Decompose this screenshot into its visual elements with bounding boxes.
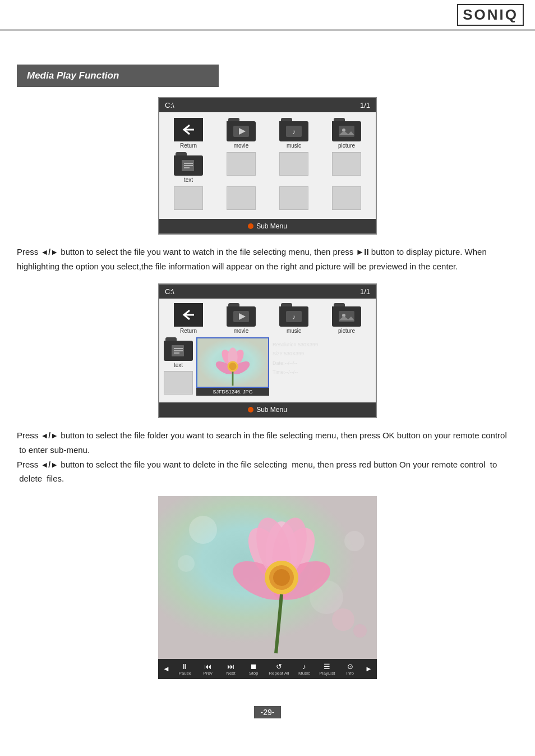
svg-point-47 [353, 624, 367, 638]
screen2-second-row: text [164, 337, 371, 396]
stop-label: Stop [249, 671, 258, 676]
return-icon [179, 122, 197, 138]
photo-container: ◄ ⏸ Pause ⏮ Prev ⏭ Next ⏹ Stop ↺ Repeat … [158, 496, 377, 685]
screen2-path: C:\ [165, 287, 174, 296]
flower-preview-svg [197, 338, 268, 387]
screen1-page: 1/1 [360, 101, 370, 109]
next-btn[interactable]: ⏭ Next [223, 662, 238, 676]
screen2-content: Return movie [159, 299, 376, 402]
screen2-submenu: Sub Menu [159, 402, 376, 417]
next-icon: ⏭ [227, 662, 234, 671]
picture-folder-icon [332, 118, 361, 141]
screen2-movie-icon [227, 303, 256, 327]
svg-point-46 [332, 608, 354, 631]
next-label: Next [226, 671, 235, 676]
screen2-empty-below-text [164, 371, 193, 395]
body-text-2: Press ◄/► button to select the file fold… [17, 428, 518, 486]
repeat-icon: ↺ [276, 662, 282, 671]
screen2-picture[interactable]: picture [322, 303, 371, 334]
left-arrow-ctrl[interactable]: ◄ [163, 665, 170, 673]
screen-mockup-2: C:\ 1/1 Return [158, 283, 377, 418]
header: SONIQ [0, 0, 535, 31]
triangle-down-icon [264, 680, 271, 685]
page-number-area: -29- [17, 707, 518, 717]
screen2-music-icon: ♪ [279, 303, 308, 327]
page-number: -29- [254, 706, 282, 718]
screen-mockup-1: C:\ 1/1 Return [158, 97, 377, 235]
screen1-submenu-label: Sub Menu [256, 222, 287, 230]
grid-movie[interactable]: movie [216, 118, 266, 149]
return-label: Return [180, 143, 197, 149]
pause-icon: ⏸ [181, 662, 188, 671]
screen2-text-col: text [164, 337, 193, 396]
text-folder-icon [174, 152, 203, 176]
movie-label: movie [234, 143, 249, 149]
music-label: music [287, 143, 301, 149]
big-flower-svg [158, 496, 377, 659]
screen2-page: 1/1 [360, 287, 370, 296]
preview-filename: SJFDS1246. JPG [196, 388, 269, 396]
screen2-top-row: Return movie [164, 303, 371, 334]
screen1-topbar: C:\ 1/1 [159, 98, 376, 112]
section-title-bar: Media Play Function [17, 65, 219, 87]
body-text-1: Press ◄/► button to select the file you … [17, 245, 518, 273]
movie-icon [233, 125, 250, 138]
screen2-movie[interactable]: movie [216, 303, 266, 334]
info-icon: ⊙ [347, 662, 353, 671]
music-icon: ♪ [285, 125, 302, 138]
screen2-text[interactable]: text [164, 337, 193, 368]
arrow-btn-1: ◄/► [41, 248, 59, 256]
prev-label: Prev [203, 671, 212, 676]
screen1-grid: Return movie [164, 118, 371, 210]
scroll-indicator [158, 680, 377, 685]
big-photo [158, 496, 377, 659]
info-resolution: Resolution 530X399 [273, 340, 371, 349]
svg-point-35 [344, 531, 365, 551]
picture-label: picture [338, 143, 355, 149]
grid-empty-2 [269, 152, 319, 183]
grid-text[interactable]: text [164, 152, 213, 183]
stop-btn[interactable]: ⏹ Stop [246, 662, 261, 676]
grid-empty-4 [164, 186, 213, 210]
text-label: text [184, 177, 193, 183]
grid-picture[interactable]: picture [322, 118, 371, 149]
prev-icon: ⏮ [204, 662, 211, 671]
playlist-label: PlayList [319, 671, 335, 676]
submenu-dot-2 [248, 407, 253, 413]
screen1-grid-area: Return movie [159, 112, 376, 219]
grid-return[interactable]: Return [164, 118, 213, 149]
grid-empty-6 [269, 186, 319, 210]
music-btn[interactable]: ♪ Music [297, 662, 312, 676]
playlist-btn[interactable]: ☰ PlayList [319, 662, 335, 676]
svg-point-33 [178, 555, 195, 572]
screen1-submenu: Sub Menu [159, 219, 376, 233]
photo-controls-bar: ◄ ⏸ Pause ⏮ Prev ⏭ Next ⏹ Stop ↺ Repeat … [158, 659, 377, 679]
file-info: Resolution 530X399 Size:530X399 Date:--/… [273, 337, 371, 396]
screen2-music[interactable]: ♪ music [269, 303, 319, 334]
screen1-path: C:\ [165, 101, 174, 109]
pause-btn[interactable]: ⏸ Pause [177, 662, 193, 676]
grid-empty-3 [322, 152, 371, 183]
screen2-picture-icon [332, 303, 361, 327]
movie-folder-icon [227, 118, 256, 141]
svg-text:♪: ♪ [292, 313, 296, 321]
text-doc-icon [180, 159, 197, 172]
prev-btn[interactable]: ⏮ Prev [200, 662, 216, 676]
info-btn[interactable]: ⊙ Info [342, 662, 358, 676]
repeat-btn[interactable]: ↺ Repeat All [269, 662, 289, 676]
screen2-submenu-label: Sub Menu [256, 406, 287, 414]
grid-empty-1 [216, 152, 266, 183]
submenu-dot-1 [248, 223, 253, 229]
info-time: Time:--/--/-- [273, 368, 371, 377]
preview-image [196, 337, 269, 388]
return-icon-2 [179, 307, 197, 323]
svg-text:♪: ♪ [292, 127, 296, 136]
screen2-return[interactable]: Return [164, 303, 213, 334]
file-info-text: Resolution 530X399 Size:530X399 Date:--/… [273, 340, 371, 377]
play-pause-btn: ►II [356, 247, 368, 256]
grid-music[interactable]: ♪ music [269, 118, 319, 149]
right-arrow-ctrl[interactable]: ► [365, 665, 372, 673]
screen2-topbar: C:\ 1/1 [159, 285, 376, 299]
grid-empty-7 [322, 186, 371, 210]
picture-icon [338, 125, 355, 138]
